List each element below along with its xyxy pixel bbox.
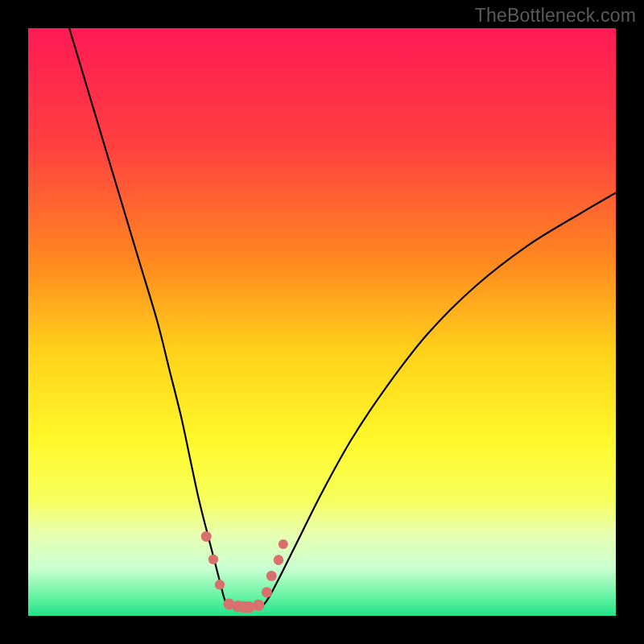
marker-dot — [201, 531, 212, 542]
chart-svg — [0, 0, 644, 644]
chart-frame: TheBottleneck.com — [0, 0, 644, 644]
plot-background — [28, 28, 616, 616]
marker-dot — [215, 580, 225, 589]
marker-dot — [266, 571, 277, 581]
marker-dot — [279, 539, 288, 549]
marker-dot — [253, 600, 264, 611]
marker-dot — [262, 587, 272, 597]
marker-dot — [274, 555, 284, 565]
marker-dot — [208, 555, 218, 564]
